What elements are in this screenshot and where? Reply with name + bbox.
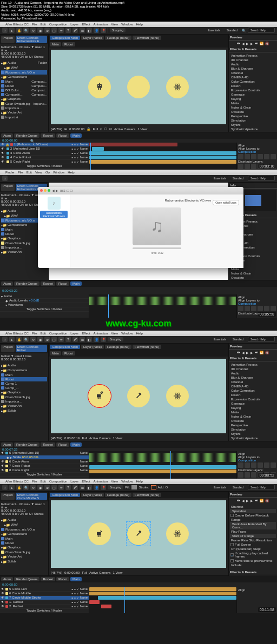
align-hcenter-icon[interactable] [245, 154, 250, 159]
home-icon[interactable]: ⌂ [2, 28, 8, 33]
finder-menubar[interactable]: Finder File Edit View Go Window Help [0, 170, 277, 175]
composition-viewport[interactable] [51, 359, 226, 433]
folder-compositions[interactable]: ▾📁Compositions [1, 75, 47, 79]
camera-selector[interactable]: Active Camera [114, 128, 135, 131]
menu-layer[interactable]: Layer [70, 23, 78, 26]
pen-tool-icon[interactable]: ✒ [58, 28, 64, 33]
menu-go[interactable]: Go [45, 171, 50, 174]
hand-tool-icon[interactable]: ✋ [16, 28, 22, 33]
open-with-button[interactable]: Open with iTunes [213, 200, 239, 205]
close-window-icon[interactable] [40, 189, 43, 192]
align-right-icon[interactable] [251, 154, 256, 159]
roto-tool-icon[interactable]: 👤 [94, 28, 99, 33]
dist-icon[interactable] [245, 164, 250, 169]
zoom-level[interactable]: (48.7%) [51, 128, 62, 131]
item-import-ai[interactable]: Import.ai [1, 115, 47, 119]
snapping-toggle[interactable]: Snapping [110, 28, 126, 32]
camera-tool-icon[interactable]: ◉ [37, 28, 43, 33]
last-frame-icon[interactable]: ⏭ [255, 42, 258, 45]
project-tab[interactable]: Project [1, 36, 15, 43]
timeline-tracks[interactable] [89, 143, 236, 171]
menu-help[interactable]: Help [68, 171, 74, 174]
maximize-window-icon[interactable] [48, 189, 50, 192]
audio-scrubber[interactable] [133, 247, 181, 249]
view-count[interactable]: 1 View [137, 128, 147, 131]
layer-row[interactable]: 👁🔒1[Robomn...ic VO.wav]⚬⚬✓None [0, 143, 89, 147]
resolution-selector[interactable]: Full [93, 128, 98, 131]
text-tool-icon[interactable]: T [65, 28, 71, 33]
item-color-swatch[interactable]: Color-Swatch.jpgImporte... [1, 102, 47, 106]
circle-middle-selected[interactable] [127, 522, 150, 545]
home-icon[interactable]: ⌂ [2, 176, 8, 181]
brush-tool-icon[interactable]: 🖌 [72, 28, 78, 33]
layer-row[interactable]: 👁5Circle Right⚬⚬✓None [0, 160, 89, 164]
item-robot[interactable]: RobotComposi... [1, 84, 47, 88]
loop-icon[interactable]: 🔁 [260, 42, 263, 45]
puppet-tool-icon[interactable]: 📍 [101, 28, 106, 33]
item-circle-right[interactable]: BG Color ...Composi... [1, 88, 47, 92]
layer-row[interactable]: 👁3Circle Atom⚬⚬✓None [0, 151, 89, 156]
finder-file-item[interactable]: ♪ Robomantics Electronic VO.wav [40, 197, 68, 218]
comp-main-tab[interactable]: Composition Main [50, 36, 80, 40]
menu-composition[interactable]: Composition [49, 23, 67, 26]
zoom-tool-icon[interactable]: 🔍 [23, 28, 29, 33]
playhead[interactable] [90, 143, 91, 171]
tl-rocket-tab[interactable]: Rocket [41, 133, 55, 138]
playhead[interactable] [108, 294, 109, 318]
play-icon[interactable]: ▶ [246, 42, 249, 45]
dist-icon[interactable] [238, 164, 243, 169]
menu-effect[interactable]: Effect [82, 23, 90, 26]
next-frame-icon[interactable]: ▶ [250, 42, 253, 45]
tl-render-tab[interactable]: Render Queue [14, 133, 39, 138]
effect-controls-tab[interactable]: Effect Controls Robomantics E [16, 36, 47, 43]
menu-view[interactable]: View [111, 23, 118, 26]
item-vector[interactable]: ▸📁Vector Art [1, 110, 47, 115]
mac-menubar[interactable]: After Effects CC File Edit Composition L… [0, 22, 277, 27]
workspace-selector[interactable]: Essentials [206, 28, 222, 32]
current-timecode[interactable]: 0:00:00:00 [0, 139, 19, 142]
circle-robot-selected[interactable] [88, 385, 111, 407]
mute-icon[interactable]: 🔇 [265, 42, 269, 45]
flowchart-none-tab[interactable]: Flowchart (none) [133, 36, 161, 40]
composition-viewport[interactable] [51, 500, 226, 568]
item-comp[interactable]: Compositi...Composi... [1, 92, 47, 97]
item-main[interactable]: MainComposi... [1, 79, 47, 84]
footage-none-tab[interactable]: Footage (none) [105, 36, 131, 40]
eraser-tool-icon[interactable]: ◧ [87, 28, 92, 33]
standard-selector[interactable]: Standard [225, 28, 240, 32]
menu-edit[interactable]: Edit [41, 23, 46, 26]
subcomp-main[interactable]: Main [50, 42, 61, 46]
tl-main-tab[interactable]: Main [70, 133, 82, 138]
folder-graphics[interactable]: ▾📁Graphics [1, 97, 47, 102]
layer-row[interactable]: 👁4Circle Robot⚬⚬✓None [0, 156, 89, 160]
menu-window[interactable]: Window [121, 23, 133, 26]
folder-wav[interactable]: ▸📁WAV [1, 65, 47, 70]
tl-atom-tab[interactable]: Atom [1, 133, 13, 138]
dist-icon[interactable] [251, 164, 256, 169]
align-bottom-icon[interactable] [271, 154, 276, 159]
layer-none-tab[interactable]: Layer (none) [81, 36, 104, 40]
minimize-window-icon[interactable] [44, 189, 47, 192]
menu-file[interactable]: File [18, 171, 23, 174]
menu-file[interactable]: File [32, 23, 37, 26]
toggle-switches[interactable]: Toggle Switches / Modes [0, 164, 89, 169]
menu-window[interactable]: Window [53, 171, 64, 174]
rotate-tool-icon[interactable]: ↻ [30, 28, 36, 33]
timecode-display[interactable]: 0:00:00:00 [69, 128, 84, 131]
align-top-icon[interactable] [258, 154, 263, 159]
effects-list[interactable]: Animation Presets 3D Channel Audio Blur … [229, 52, 277, 132]
stamp-tool-icon[interactable]: ⊞ [80, 28, 85, 33]
first-frame-icon[interactable]: ⏮ [237, 42, 240, 45]
item-imports[interactable]: Imports.a... [1, 106, 47, 110]
search-help-input[interactable]: Search Help [248, 28, 275, 33]
menu-animation[interactable]: Animation [94, 23, 108, 26]
menu-help[interactable]: Help [136, 23, 142, 26]
prev-frame-icon[interactable]: ◀ [242, 42, 245, 45]
subcomp-robot[interactable]: Robot [62, 42, 75, 46]
menu-view[interactable]: View [35, 171, 42, 174]
folder-audio[interactable]: ▸📁AudioFolder [1, 61, 47, 65]
align-vcenter-icon[interactable] [264, 154, 269, 159]
pan-behind-tool-icon[interactable]: ⊕ [44, 28, 50, 33]
finder-column[interactable]: ♪ Robomantics Electronic VO.wav [38, 194, 70, 268]
shape-tool-icon[interactable]: ▢ [51, 28, 57, 33]
